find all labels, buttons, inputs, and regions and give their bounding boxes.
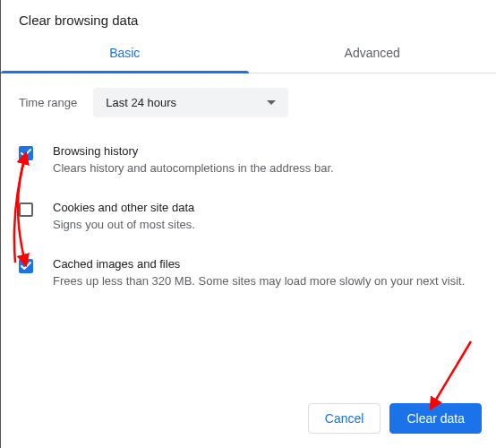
option-title: Cookies and other site data (53, 201, 478, 214)
option-cookies: Cookies and other site data Signs you ou… (19, 201, 478, 234)
time-range-select[interactable]: Last 24 hours (93, 88, 288, 117)
cancel-button[interactable]: Cancel (308, 403, 381, 434)
option-description: Signs you out of most sites. (53, 217, 478, 234)
time-range-value: Last 24 hours (106, 96, 176, 109)
checkbox-cookies[interactable] (19, 202, 33, 217)
option-browsing-history: Browsing history Clears history and auto… (19, 144, 478, 177)
dialog-content: Time range Last 24 hours Browsing histor… (1, 73, 496, 290)
option-description: Frees up less than 320 MB. Some sites ma… (53, 273, 478, 290)
time-range-row: Time range Last 24 hours (19, 88, 478, 117)
dialog-title: Clear browsing data (1, 0, 496, 35)
dialog-footer: Cancel Clear data (308, 403, 482, 434)
time-range-label: Time range (19, 96, 77, 109)
tabs-container: Basic Advanced (1, 35, 496, 73)
tab-basic[interactable]: Basic (1, 35, 249, 73)
checkbox-browsing-history[interactable] (19, 146, 33, 160)
option-title: Cached images and files (53, 257, 478, 271)
option-description: Clears history and autocompletions in th… (53, 160, 478, 177)
tab-advanced[interactable]: Advanced (249, 35, 497, 73)
clear-data-button[interactable]: Clear data (389, 403, 482, 434)
dropdown-arrow-icon (267, 100, 276, 105)
option-cache: Cached images and files Frees up less th… (19, 257, 478, 290)
checkbox-cache[interactable] (19, 259, 33, 273)
option-title: Browsing history (53, 144, 478, 158)
